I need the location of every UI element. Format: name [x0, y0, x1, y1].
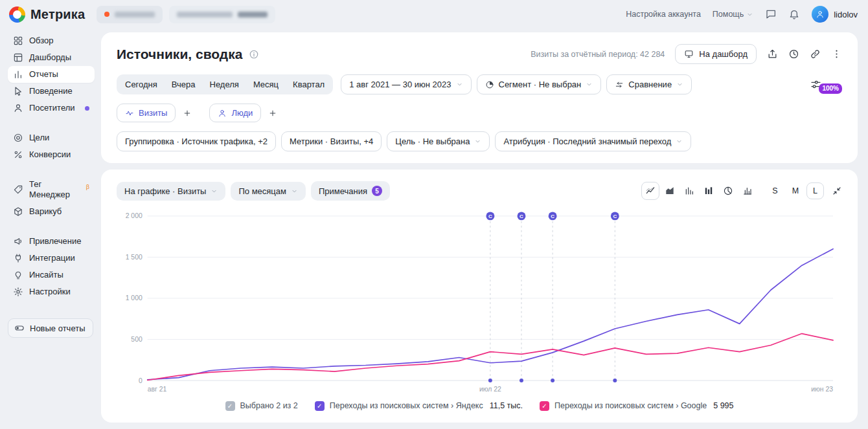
- sidebar-item-dashboards[interactable]: Дашборды: [8, 49, 95, 66]
- checkbox-icon[interactable]: ✓: [540, 401, 549, 411]
- sidebar-item-overview[interactable]: Обзор: [8, 32, 95, 49]
- user-menu[interactable]: lidolov: [812, 6, 858, 23]
- legend-item-value: 5 995: [713, 401, 733, 410]
- link-icon[interactable]: [810, 49, 821, 60]
- sidebar-item-goals[interactable]: Цели: [8, 129, 95, 146]
- chevron-down-icon: [291, 188, 298, 195]
- report-icon: [13, 69, 23, 80]
- settings-chip-3[interactable]: Атрибуция · Последний значимый переход: [495, 131, 691, 151]
- report-settings-chips: Группировка · Источник трафика, +2Метрик…: [117, 131, 842, 151]
- column-chart-icon[interactable]: [738, 182, 757, 200]
- counter-tab-current[interactable]: [97, 6, 163, 23]
- legend-select-all[interactable]: ✓Выбрано 2 из 2: [225, 401, 298, 411]
- chart-legend: ✓Выбрано 2 из 2✓Переходы из поисковых си…: [117, 401, 842, 411]
- metric-tab-1[interactable]: Люди: [209, 104, 261, 122]
- svg-text:C: C: [520, 214, 523, 219]
- checkbox-icon[interactable]: ✓: [315, 401, 325, 411]
- legend-item-value: 11,5 тыс.: [490, 401, 523, 410]
- share-icon[interactable]: [767, 49, 778, 60]
- metric-tab-0[interactable]: Визиты: [117, 104, 176, 122]
- sidebar-item-reports[interactable]: Отчеты: [8, 66, 95, 83]
- stacked-area-chart-icon[interactable]: [661, 182, 679, 200]
- counter-search-tab[interactable]: [169, 6, 275, 23]
- date-range-picker[interactable]: 1 авг 2021 — 30 июн 2023: [341, 74, 471, 94]
- target-icon: [13, 133, 23, 143]
- sidebar-item-visitors[interactable]: Посетители: [8, 100, 95, 116]
- notifications-bell-icon[interactable]: [788, 8, 800, 20]
- sidebar-item-varioqub[interactable]: Варикуб: [8, 203, 95, 220]
- chart-size-m[interactable]: M: [786, 182, 805, 199]
- svg-text:июн 23: июн 23: [811, 386, 833, 393]
- sampling-control[interactable]: 100%: [810, 78, 842, 91]
- notification-dot: [85, 106, 89, 111]
- pie-chart-icon[interactable]: [719, 182, 737, 200]
- grid-icon: [13, 36, 23, 46]
- range-tab-3[interactable]: Месяц: [246, 76, 286, 93]
- sidebar-group: ОбзорДашбордыОтчетыПоведениеПосетители: [8, 32, 95, 116]
- legend-item-0[interactable]: ✓Переходы из поисковых систем › Яндекс11…: [315, 401, 523, 411]
- range-tab-2[interactable]: Неделя: [203, 76, 246, 93]
- sidebar-item-label: Дашборды: [29, 52, 71, 63]
- main-content: Источники, сводка Визиты за отчётный пер…: [98, 28, 868, 429]
- more-menu-icon[interactable]: [831, 49, 842, 60]
- bar-chart-icon[interactable]: [680, 182, 698, 200]
- range-tab-0[interactable]: Сегодня: [118, 76, 165, 93]
- chart-area: 05001 0001 5002 000CCCCавг 21июл 22июн 2…: [117, 206, 842, 399]
- chart-granularity-select[interactable]: По месяцам: [231, 182, 306, 201]
- sidebar-item-label: Инсайты: [29, 270, 63, 280]
- notes-button[interactable]: Примечания 5: [311, 181, 390, 201]
- settings-chip-0[interactable]: Группировка · Источник трафика, +2: [117, 131, 276, 151]
- new-reports-toggle[interactable]: Новые отчеты: [8, 318, 93, 338]
- chevron-down-icon: [474, 138, 481, 145]
- sidebar-item-label: Привлечение: [29, 236, 82, 247]
- sidebar-item-label: Цели: [29, 133, 49, 143]
- sidebar-item-label: Отчеты: [29, 69, 58, 80]
- chevron-down-icon: [676, 138, 683, 145]
- date-range-value: 1 авг 2021 — 30 июн 2023: [349, 80, 451, 89]
- multiline-chart-icon[interactable]: [641, 182, 659, 200]
- sidebar-item-settings[interactable]: Настройки: [8, 283, 95, 300]
- sidebar-item-integrations[interactable]: Интеграции: [8, 250, 95, 267]
- sidebar-item-label: Поведение: [29, 86, 73, 96]
- svg-text:2 000: 2 000: [126, 212, 143, 219]
- chart-size-s[interactable]: S: [766, 182, 784, 199]
- settings-chip-2[interactable]: Цель · Не выбрана: [387, 131, 490, 151]
- settings-chip-1[interactable]: Метрики · Визиты, +4: [281, 131, 382, 151]
- history-clock-icon[interactable]: [788, 49, 799, 60]
- collapse-chart-icon[interactable]: [832, 186, 842, 196]
- avatar: [812, 6, 828, 23]
- range-tab-1[interactable]: Вчера: [165, 76, 203, 93]
- info-icon[interactable]: [249, 49, 259, 60]
- account-settings-link[interactable]: Настройка аккаунта: [626, 10, 701, 19]
- new-reports-label: Новые отчеты: [30, 324, 85, 333]
- to-dashboard-button[interactable]: На дашборд: [675, 44, 757, 64]
- metrika-logo[interactable]: Метрика: [9, 6, 85, 23]
- sidebar-item-label: Варикуб: [29, 206, 62, 217]
- svg-text:C: C: [613, 214, 617, 219]
- chart-metric-select[interactable]: На графике · Визиты: [117, 182, 225, 201]
- add-metric-button[interactable]: [179, 105, 195, 121]
- svg-text:авг 21: авг 21: [148, 386, 167, 393]
- sidebar-item-insights[interactable]: Инсайты: [8, 267, 95, 283]
- chat-icon[interactable]: [765, 8, 777, 20]
- traffic-line-chart[interactable]: 05001 0001 5002 000CCCCавг 21июл 22июн 2…: [117, 206, 842, 399]
- filters-row: СегодняВчераНеделяМесяцКвартал 1 авг 202…: [117, 74, 842, 94]
- checkbox-icon[interactable]: ✓: [225, 401, 235, 411]
- comparison-selector[interactable]: Сравнение: [606, 74, 692, 94]
- chart-metric-value: На графике · Визиты: [124, 186, 206, 196]
- stacked-bar-chart-icon[interactable]: [700, 182, 718, 200]
- user-icon: [218, 109, 227, 118]
- sidebar-group: Тег МенеджерβВарикуб: [8, 176, 95, 220]
- gear-icon: [13, 287, 23, 297]
- sidebar-item-acquisition[interactable]: Привлечение: [8, 233, 95, 250]
- activity-icon: [125, 109, 134, 118]
- sidebar-item-behavior[interactable]: Поведение: [8, 83, 95, 100]
- chart-size-l[interactable]: L: [806, 182, 824, 199]
- range-tab-4[interactable]: Квартал: [286, 76, 332, 93]
- sidebar-item-conversions[interactable]: Конверсии: [8, 146, 95, 163]
- add-metric-button[interactable]: [265, 105, 280, 121]
- sidebar-item-tag-manager[interactable]: Тег Менеджерβ: [8, 176, 95, 203]
- help-menu[interactable]: Помощь: [713, 10, 753, 19]
- legend-item-1[interactable]: ✓Переходы из поисковых систем › Google5 …: [540, 401, 733, 411]
- segment-selector[interactable]: Сегмент · Не выбран: [477, 74, 602, 94]
